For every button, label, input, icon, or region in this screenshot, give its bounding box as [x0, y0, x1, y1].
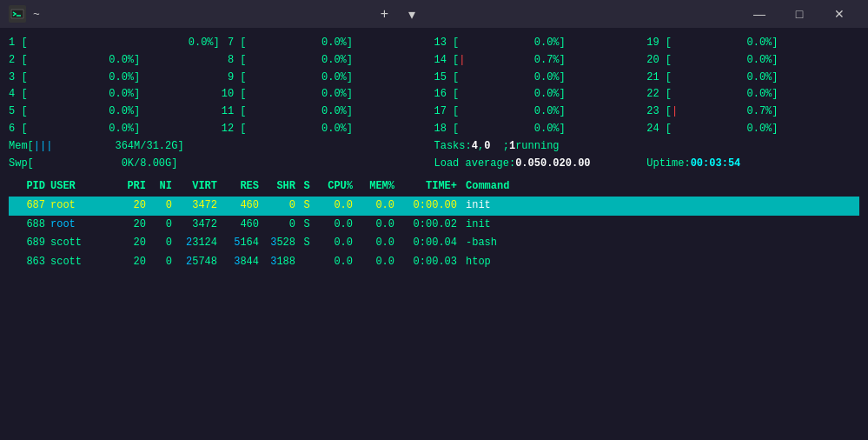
close-button[interactable]: ✕ — [819, 0, 859, 28]
cell-res: 5164 — [222, 234, 264, 253]
cpu-row-12: 12 [ 0.0%] — [222, 121, 434, 138]
cell-cmd: -bash — [462, 234, 859, 253]
cell-ni: 0 — [151, 234, 177, 253]
cpu-row-4: 4 [ 0.0%] — [9, 86, 222, 103]
svg-marker-1 — [11, 10, 23, 18]
cell-cmd: init — [462, 197, 859, 216]
cell-time: 0:00.04 — [400, 234, 462, 253]
cell-cmd: init — [462, 216, 859, 235]
cell-res: 3844 — [222, 253, 264, 272]
uptime-line: Uptime: 00:03:54 — [646, 156, 859, 173]
cell-cpu: 0.0 — [316, 216, 358, 235]
cpu-col-2: 7 [ 0.0%] 8 [ 0.0%] 9 [ 0.0%] 10 [ 0.0%]… — [222, 35, 434, 172]
cpu-grid: 1 [ 0.0%] 2 [ 0.0%] 3 [ 0.0%] 4 [ 0.0%] — [9, 35, 859, 172]
cpu-row-24: 24 [ 0.0%] — [646, 121, 859, 138]
cell-pri: 20 — [120, 234, 151, 253]
cell-shr: 0 — [264, 197, 301, 216]
cell-pri: 20 — [120, 197, 151, 216]
titlebar: ~ + ▾ — □ ✕ — [0, 0, 868, 28]
cell-cmd: htop — [462, 253, 859, 272]
cell-res: 460 — [222, 216, 264, 235]
cell-s: S — [301, 216, 316, 235]
cell-ni: 0 — [151, 197, 177, 216]
cpu-row-11: 11 [ 0.0%] — [222, 103, 434, 121]
swp-row: Swp[ 0K/8.00G] — [9, 156, 222, 173]
cell-res: 460 — [222, 197, 264, 216]
terminal-icon — [9, 5, 26, 23]
cell-cpu: 0.0 — [316, 234, 358, 253]
cell-time: 0:00.02 — [400, 216, 462, 235]
table-row[interactable]: 688 root 20 0 3472 460 0 S 0.0 0.0 0:00.… — [9, 216, 859, 235]
terminal-content[interactable]: 1 [ 0.0%] 2 [ 0.0%] 3 [ 0.0%] 4 [ 0.0%] — [0, 28, 868, 440]
header-cpu: CPU% — [316, 177, 358, 197]
cell-user: root — [50, 216, 120, 235]
window-controls: — □ ✕ — [739, 0, 859, 28]
table-row[interactable]: 689 scott 20 0 23124 5164 3528 S 0.0 0.0… — [9, 234, 859, 253]
cpu-row-5: 5 [ 0.0%] — [9, 103, 222, 121]
cpu-row-9: 9 [ 0.0%] — [222, 70, 434, 87]
terminal-window: ~ + ▾ — □ ✕ 1 [ 0.0%] 2 [ 0.0%] — [0, 0, 868, 440]
cell-user: root — [50, 197, 120, 216]
cell-virt: 25748 — [177, 253, 222, 272]
cell-cpu: 0.0 — [316, 197, 358, 216]
cell-s: S — [301, 197, 316, 216]
cell-pri: 20 — [120, 253, 151, 272]
cell-time: 0:00.03 — [400, 253, 462, 272]
new-tab-button[interactable]: + — [372, 2, 396, 26]
cell-mem: 0.0 — [358, 253, 400, 272]
header-res: RES — [222, 177, 264, 197]
cell-user: scott — [50, 253, 120, 272]
cell-time: 0:00.00 — [400, 197, 462, 216]
cell-mem: 0.0 — [358, 216, 400, 235]
header-time: TIME+ — [400, 177, 462, 197]
cell-pid: 687 — [9, 197, 50, 216]
table-row[interactable]: 863 scott 20 0 25748 3844 3188 0.0 0.0 0… — [9, 253, 859, 272]
dropdown-button[interactable]: ▾ — [400, 2, 424, 26]
cpu-row-17: 17 [ 0.0%] — [434, 103, 647, 121]
cpu-row-18: 18 [ 0.0%] — [434, 121, 647, 138]
cpu-row-21: 21 [ 0.0%] — [646, 70, 859, 87]
cell-ni: 0 — [151, 253, 177, 272]
cell-virt: 23124 — [177, 234, 222, 253]
header-virt: VIRT — [177, 177, 222, 197]
cell-user: scott — [50, 234, 120, 253]
titlebar-left: ~ — [9, 5, 40, 23]
new-tab-controls: + ▾ — [372, 2, 424, 26]
cell-pid: 863 — [9, 253, 50, 272]
cpu-row-23: 23 [| 0.7%] — [646, 103, 859, 121]
cpu-row-3: 3 [ 0.0%] — [9, 70, 222, 87]
header-pid: PID — [9, 177, 50, 197]
cell-s: S — [301, 234, 316, 253]
cell-virt: 3472 — [177, 216, 222, 235]
table-row[interactable]: 687 root 20 0 3472 460 0 S 0.0 0.0 0:00.… — [9, 197, 859, 216]
cpu-row-16: 16 [ 0.0%] — [434, 86, 647, 103]
cell-shr: 3528 — [264, 234, 301, 253]
cpu-row-10: 10 [ 0.0%] — [222, 86, 434, 103]
cpu-row-22: 22 [ 0.0%] — [646, 86, 859, 103]
cpu-row-1: 1 [ 0.0%] — [9, 35, 222, 52]
cpu-col-1: 1 [ 0.0%] 2 [ 0.0%] 3 [ 0.0%] 4 [ 0.0%] — [9, 35, 222, 172]
cpu-row-8: 8 [ 0.0%] — [222, 52, 434, 70]
process-table: PID USER PRI NI VIRT RES SHR S CPU% MEM%… — [9, 177, 859, 271]
cpu-row-19: 19 [ 0.0%] — [646, 35, 859, 52]
cell-shr: 3188 — [264, 253, 301, 272]
titlebar-title: ~ — [33, 8, 40, 21]
header-s: S — [301, 177, 316, 197]
cpu-row-2: 2 [ 0.0%] — [9, 52, 222, 70]
cell-cpu: 0.0 — [316, 253, 358, 272]
header-pri: PRI — [120, 177, 151, 197]
cell-mem: 0.0 — [358, 234, 400, 253]
tasks-line: Tasks: 4, 0 ; 1 running — [434, 138, 647, 156]
cpu-row-13: 13 [ 0.0%] — [434, 35, 647, 52]
maximize-button[interactable]: □ — [779, 0, 819, 28]
table-header: PID USER PRI NI VIRT RES SHR S CPU% MEM%… — [9, 177, 859, 197]
cpu-row-15: 15 [ 0.0%] — [434, 70, 647, 87]
cell-shr: 0 — [264, 216, 301, 235]
minimize-button[interactable]: — — [739, 0, 779, 28]
header-user: USER — [50, 177, 120, 197]
cell-ni: 0 — [151, 216, 177, 235]
cpu-col-4: 19 [ 0.0%] 20 [ 0.0%] 21 [ 0.0%] 22 [ 0.… — [646, 35, 859, 172]
cpu-row-20: 20 [ 0.0%] — [646, 52, 859, 70]
header-mem: MEM% — [358, 177, 400, 197]
cell-pid: 689 — [9, 234, 50, 253]
